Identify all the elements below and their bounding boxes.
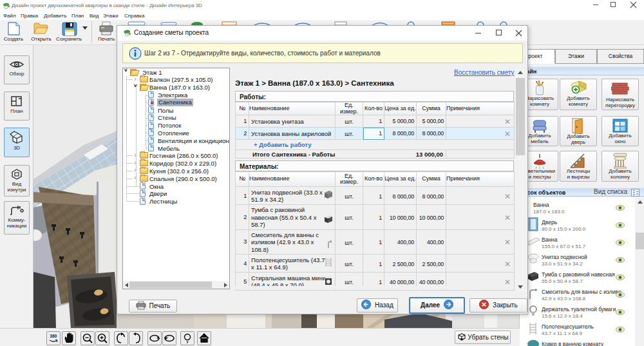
svg-text:360: 360	[50, 334, 57, 338]
